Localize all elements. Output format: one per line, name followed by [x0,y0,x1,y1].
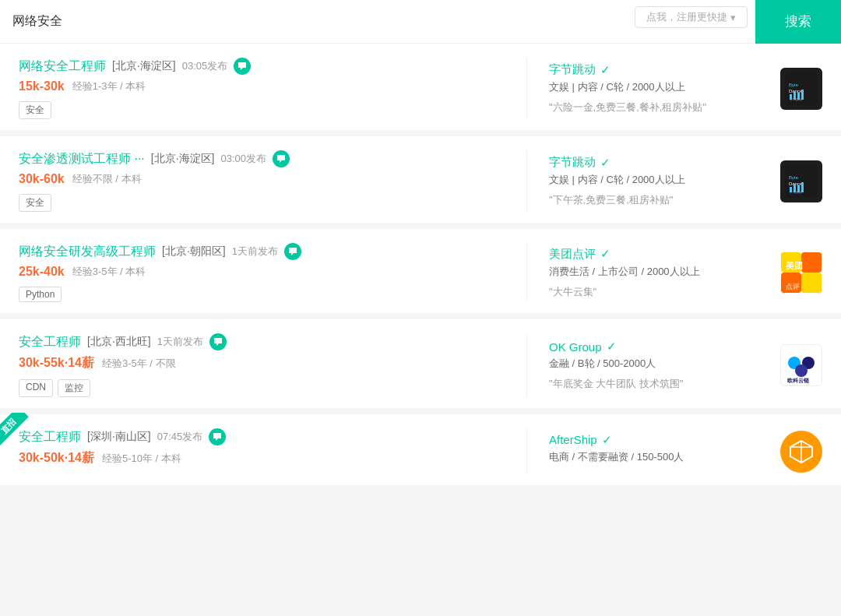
svg-text:Dance: Dance [789,89,803,93]
job-time: 1天前发布 [157,335,203,349]
job-salary: 25k-40k [19,265,65,279]
job-right: 字节跳动 ✓ 文娱 | 内容 / C轮 / 2000人以上 "下午茶,免费三餐,… [526,150,822,212]
chat-icon[interactable] [273,150,290,167]
job-exp: 经验3-5年 / 本科 [72,265,146,279]
company-logo [780,431,822,473]
job-card[interactable]: 安全工程师 [深圳·南山区] 07:45发布 30k-50k·14薪 经验5-1… [0,414,841,485]
svg-text:字节跳动: 字节跳动 [790,97,802,101]
company-slogan: "年底奖金 大牛团队 技术筑围" [549,377,771,391]
job-exp-row: 25k-40k 经验3-5年 / 本科 [19,265,503,279]
company-name[interactable]: AfterShip [549,433,597,446]
verified-icon: ✓ [607,340,617,354]
job-list: 网络安全工程师 [北京·海淀区] 03:05发布 15k-30k 经验1-3年 … [0,44,841,485]
job-location: [北京·海淀区] [151,152,215,166]
company-name-row: 字节跳动 ✓ [549,155,771,170]
job-tags: 安全 [19,194,503,212]
job-title-row: 安全工程师 [北京·西北旺] 1天前发布 [19,333,503,350]
svg-point-26 [795,364,808,377]
job-salary: 15k-30k [19,79,65,93]
company-name[interactable]: 字节跳动 [549,155,596,170]
svg-rect-18 [801,252,822,273]
job-tag: CDN [19,379,53,397]
company-name-row: AfterShip ✓ [549,433,771,447]
job-card[interactable]: 网络安全研发高级工程师 [北京·朝阳区] 1天前发布 25k-40k 经验3-5… [0,229,841,313]
zhaopin-banner [0,413,34,449]
job-title-row: 网络安全研发高级工程师 [北京·朝阳区] 1天前发布 [19,243,503,260]
verified-icon: ✓ [600,63,611,77]
company-name-row: 美团点评 ✓ [549,247,771,262]
job-title[interactable]: 安全渗透测试工程师 ··· [19,151,145,167]
job-right: AfterShip ✓ 电商 / 不需要融资 / 150-500人 [526,428,822,474]
job-exp-row: 30k-55k·14薪 经验3-5年 / 不限 [19,355,503,371]
hint-tooltip[interactable]: 点我，注册更快捷 ▾ [635,6,748,28]
company-desc: 消费生活 / 上市公司 / 2000人以上 [549,265,771,279]
company-info: 美团点评 ✓ 消费生活 / 上市公司 / 2000人以上 "大牛云集" [549,247,771,299]
search-input[interactable] [12,15,743,29]
company-info: 字节跳动 ✓ 文娱 | 内容 / C轮 / 2000人以上 "下午茶,免费三餐,… [549,155,771,207]
job-location: [北京·朝阳区] [162,245,226,259]
job-tag: Python [19,287,62,302]
company-desc: 电商 / 不需要融资 / 150-500人 [549,450,771,464]
company-info: OK Group ✓ 金融 / B轮 / 500-2000人 "年底奖金 大牛团… [549,340,771,391]
chevron-down-icon: ▾ [730,12,736,23]
job-card[interactable]: 网络安全工程师 [北京·海淀区] 03:05发布 15k-30k 经验1-3年 … [0,44,841,130]
job-exp: 经验5-10年 / 本科 [102,452,181,466]
job-title[interactable]: 网络安全工程师 [19,58,106,75]
job-card[interactable]: 安全工程师 [北京·西北旺] 1天前发布 30k-55k·14薪 经验3-5年 … [0,319,841,408]
company-name[interactable]: 字节跳动 [549,62,596,77]
company-logo: Byte Dance 字节跳动 [780,160,822,202]
job-title[interactable]: 安全工程师 [19,334,81,350]
job-time: 03:05发布 [182,59,228,73]
job-exp: 经验1-3年 / 本科 [72,79,146,93]
verified-icon: ✓ [600,247,611,261]
job-right: 字节跳动 ✓ 文娱 | 内容 / C轮 / 2000人以上 "六险一金,免费三餐… [526,58,822,119]
job-location: [北京·海淀区] [112,59,176,73]
job-location: [深圳·南山区] [87,430,151,444]
chat-icon[interactable] [284,243,301,260]
job-exp: 经验不限 / 本科 [72,172,142,186]
job-title[interactable]: 网络安全研发高级工程师 [19,244,156,260]
job-tags: CDN监控 [19,379,503,397]
company-logo: 美团 点评 [780,252,822,294]
company-name[interactable]: OK Group [549,340,602,354]
company-info: 字节跳动 ✓ 文娱 | 内容 / C轮 / 2000人以上 "六险一金,免费三餐… [549,62,771,114]
job-salary: 30k-60k [19,172,65,186]
chat-icon[interactable] [209,428,226,445]
company-slogan: "大牛云集" [549,285,771,299]
job-salary: 30k-50k·14薪 [19,450,94,466]
job-time: 1天前发布 [232,245,278,259]
job-left: 网络安全研发高级工程师 [北京·朝阳区] 1天前发布 25k-40k 经验3-5… [19,243,526,302]
job-time: 07:45发布 [157,430,203,444]
job-time: 03:00发布 [220,152,266,166]
job-exp: 经验3-5年 / 不限 [102,357,176,371]
company-name-row: OK Group ✓ [549,340,771,354]
job-tags: 安全 [19,101,503,119]
job-location: [北京·西北旺] [87,335,151,349]
svg-text:字节跳动: 字节跳动 [790,190,802,194]
job-tag: 安全 [19,194,51,212]
chat-icon[interactable] [209,333,227,350]
job-right: 美团点评 ✓ 消费生活 / 上市公司 / 2000人以上 "大牛云集" 美团 点… [526,243,822,302]
company-desc: 文娱 | 内容 / C轮 / 2000人以上 [549,173,771,187]
svg-text:美团: 美团 [785,261,803,270]
job-exp-row: 15k-30k 经验1-3年 / 本科 [19,79,503,93]
svg-text:Byte: Byte [789,83,799,87]
company-desc: 金融 / B轮 / 500-2000人 [549,357,771,371]
verified-icon: ✓ [602,433,612,447]
job-tag: 监控 [58,379,90,397]
job-title-row: 安全渗透测试工程师 ··· [北京·海淀区] 03:00发布 [19,150,503,167]
company-name[interactable]: 美团点评 [549,247,596,262]
job-left: 网络安全工程师 [北京·海淀区] 03:05发布 15k-30k 经验1-3年 … [19,58,526,119]
company-slogan: "下午茶,免费三餐,租房补贴" [549,193,771,207]
search-button[interactable]: 搜索 [755,0,841,44]
job-tag: 安全 [19,101,51,119]
chat-icon[interactable] [234,58,251,75]
svg-text:欧科云链: 欧科云链 [787,378,810,383]
job-card[interactable]: 安全渗透测试工程师 ··· [北京·海淀区] 03:00发布 30k-60k 经… [0,136,841,223]
job-exp-row: 30k-50k·14薪 经验5-10年 / 本科 [19,450,503,466]
company-logo: Byte Dance 字节跳动 [780,68,822,110]
job-right: OK Group ✓ 金融 / B轮 / 500-2000人 "年底奖金 大牛团… [526,333,822,397]
svg-rect-20 [801,273,822,293]
svg-text:Dance: Dance [789,181,803,186]
company-info: AfterShip ✓ 电商 / 不需要融资 / 150-500人 [549,433,771,470]
